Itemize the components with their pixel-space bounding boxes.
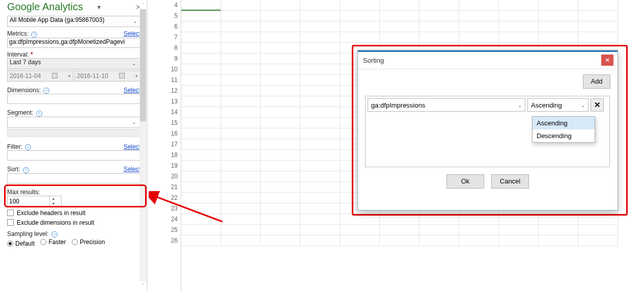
cell[interactable] <box>181 235 221 246</box>
cell[interactable] <box>261 161 300 171</box>
cell[interactable] <box>419 21 459 32</box>
cell[interactable] <box>181 214 221 225</box>
cell[interactable] <box>261 43 300 54</box>
cell[interactable] <box>221 75 261 86</box>
cell[interactable] <box>181 171 221 182</box>
help-icon[interactable]: ? <box>23 167 29 173</box>
cell[interactable] <box>499 214 539 225</box>
row-number[interactable]: 18 <box>162 150 181 161</box>
cell[interactable] <box>539 0 578 11</box>
cell[interactable] <box>539 214 578 225</box>
row-number[interactable]: 22 <box>162 193 181 203</box>
cell[interactable] <box>300 43 340 54</box>
cell[interactable] <box>300 54 340 64</box>
help-icon[interactable]: ? <box>31 32 37 38</box>
cell[interactable] <box>221 161 261 171</box>
view-select[interactable]: All Mobile App Data (ga:95867003) ⌄ <box>7 16 141 27</box>
dimensions-select-link[interactable]: Select <box>124 87 141 94</box>
cell[interactable] <box>181 32 221 43</box>
cell[interactable] <box>300 0 340 11</box>
row-number[interactable]: 26 <box>162 235 181 246</box>
cell[interactable] <box>221 107 261 118</box>
cell[interactable] <box>578 11 618 21</box>
cell[interactable] <box>419 32 459 43</box>
cell[interactable] <box>181 75 221 86</box>
cell[interactable] <box>340 0 380 11</box>
row-number[interactable]: 15 <box>162 118 181 128</box>
cell[interactable] <box>300 64 340 75</box>
exclude-dimensions-checkbox[interactable]: Exclude dimensions in result <box>7 219 141 226</box>
cell[interactable] <box>261 0 300 11</box>
cell[interactable] <box>300 225 340 235</box>
cell[interactable] <box>380 235 419 246</box>
cell[interactable] <box>261 118 300 128</box>
cell[interactable] <box>539 32 578 43</box>
row-number[interactable]: 16 <box>162 128 181 139</box>
cell[interactable] <box>181 107 221 118</box>
cell[interactable] <box>578 32 618 43</box>
row-number[interactable]: 21 <box>162 182 181 193</box>
cell[interactable] <box>300 128 340 139</box>
cell[interactable] <box>261 21 300 32</box>
cell[interactable] <box>419 11 459 21</box>
date-from[interactable]: 2016-11-04▾ <box>7 70 73 82</box>
cell[interactable] <box>261 96 300 107</box>
cell[interactable] <box>261 235 300 246</box>
cell[interactable] <box>380 21 419 32</box>
cell[interactable] <box>459 32 499 43</box>
row-number[interactable]: 12 <box>162 86 181 96</box>
cell[interactable] <box>261 139 300 150</box>
cell[interactable] <box>340 225 380 235</box>
cell[interactable] <box>261 128 300 139</box>
cell[interactable] <box>340 11 380 21</box>
cell[interactable] <box>221 150 261 161</box>
cell[interactable] <box>261 203 300 214</box>
cell[interactable] <box>181 161 221 171</box>
cell[interactable] <box>300 11 340 21</box>
cell[interactable] <box>221 96 261 107</box>
cell[interactable] <box>459 21 499 32</box>
cell[interactable] <box>499 0 539 11</box>
filter-select-link[interactable]: Select <box>124 143 141 150</box>
cell[interactable] <box>261 182 300 193</box>
cell[interactable] <box>459 225 499 235</box>
cell[interactable] <box>300 96 340 107</box>
cell[interactable] <box>499 11 539 21</box>
row-number[interactable]: 14 <box>162 107 181 118</box>
cell[interactable] <box>300 118 340 128</box>
cell[interactable] <box>221 21 261 32</box>
cell[interactable] <box>340 235 380 246</box>
cell[interactable] <box>221 11 261 21</box>
option-ascending[interactable]: Ascending <box>533 117 595 129</box>
sort-input[interactable] <box>7 173 141 183</box>
cell[interactable] <box>221 203 261 214</box>
cell[interactable] <box>221 139 261 150</box>
cell[interactable] <box>459 235 499 246</box>
cell[interactable] <box>181 86 221 96</box>
sort-direction-select[interactable]: Ascending⌄ <box>527 98 589 112</box>
segment-select[interactable]: ⌄ <box>7 117 141 128</box>
row-number[interactable]: 17 <box>162 139 181 150</box>
row-number[interactable]: 23 <box>162 203 181 214</box>
metrics-input[interactable]: ga:dfpImpressions,ga:dfpMonetizedPagevi <box>7 38 141 48</box>
row-number[interactable]: 8 <box>162 43 181 54</box>
cell[interactable] <box>221 0 261 11</box>
cell[interactable] <box>261 150 300 161</box>
cell[interactable] <box>499 21 539 32</box>
cell[interactable] <box>459 0 499 11</box>
cell[interactable] <box>181 0 221 11</box>
cell[interactable] <box>578 0 618 11</box>
cell[interactable] <box>300 32 340 43</box>
cell[interactable] <box>300 203 340 214</box>
cell[interactable] <box>221 32 261 43</box>
filter-input[interactable] <box>7 150 141 161</box>
row-number[interactable]: 5 <box>162 11 181 21</box>
cell[interactable] <box>181 182 221 193</box>
cell[interactable] <box>221 193 261 203</box>
cell[interactable] <box>181 64 221 75</box>
exclude-headers-checkbox[interactable]: Exclude headers in result <box>7 209 141 217</box>
cell[interactable] <box>300 139 340 150</box>
cell[interactable] <box>261 193 300 203</box>
dimensions-input[interactable] <box>7 94 141 104</box>
cell[interactable] <box>181 225 221 235</box>
